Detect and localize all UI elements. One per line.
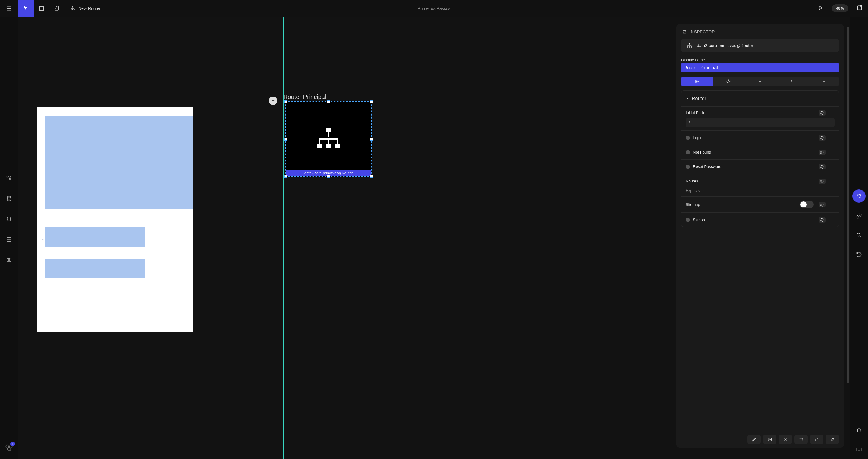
fx-button[interactable]: f() — [818, 217, 826, 223]
fx-button[interactable]: f() — [818, 135, 826, 141]
image-button[interactable] — [763, 435, 776, 444]
resize-handle[interactable] — [327, 101, 330, 104]
prop-sitemap[interactable]: Sitemap f()⋮ — [681, 196, 839, 212]
svg-point-49 — [822, 81, 823, 82]
tab-more[interactable] — [807, 77, 839, 86]
router-node-body[interactable]: data2-core-primitives@Router — [285, 101, 372, 177]
new-router-button[interactable]: New Router — [65, 0, 105, 17]
fx-button[interactable]: f() — [818, 164, 826, 170]
link-button[interactable] — [853, 210, 865, 222]
collaborators-button[interactable]: 1 — [5, 443, 13, 453]
tree-panel-button[interactable] — [3, 172, 15, 184]
collapse-node-button[interactable] — [269, 96, 277, 105]
tab-interactions[interactable] — [776, 77, 807, 86]
lock-button[interactable] — [810, 435, 824, 444]
keyboard-button[interactable] — [853, 443, 865, 455]
routes-hint[interactable]: Expects list → — [681, 188, 839, 196]
svg-rect-7 — [43, 10, 44, 11]
prop-login[interactable]: Login f()⋮ — [681, 130, 839, 145]
play-button[interactable] — [818, 5, 824, 12]
router-icon — [313, 125, 344, 152]
section-header[interactable]: Router ＋ — [681, 91, 839, 107]
inspector-panel: INSPECTOR data2-core-primitives@Router D… — [676, 24, 844, 448]
display-name-input[interactable] — [681, 63, 839, 73]
guide-vertical[interactable] — [283, 17, 284, 459]
prop-menu-button[interactable]: ⋮ — [827, 135, 835, 141]
prop-menu-button[interactable]: ⋮ — [827, 202, 835, 207]
prop-label: Sitemap — [686, 202, 700, 207]
inspector-scrollbar[interactable] — [847, 27, 849, 441]
prop-menu-button[interactable]: ⋮ — [827, 110, 835, 115]
inspector-footer — [681, 431, 839, 444]
svg-rect-15 — [9, 176, 10, 177]
resize-handle[interactable] — [370, 138, 373, 141]
svg-rect-40 — [689, 43, 689, 44]
status-dot-icon — [686, 150, 690, 154]
svg-point-45 — [727, 81, 728, 81]
fx-button[interactable]: f() — [818, 110, 826, 115]
resize-handle[interactable] — [284, 175, 287, 178]
close-button[interactable] — [779, 435, 792, 444]
prop-menu-button[interactable]: ⋮ — [827, 164, 835, 170]
resize-handle[interactable] — [370, 175, 373, 178]
svg-rect-42 — [689, 47, 689, 47]
prop-label: Not Found — [693, 150, 711, 154]
delete-button[interactable] — [795, 435, 808, 444]
router-node[interactable]: Router Principal data2-core-primitives@R… — [285, 101, 372, 177]
sitemap-toggle[interactable] — [800, 201, 814, 208]
new-router-label: New Router — [79, 6, 101, 11]
component-type-label: data2-core-primitives@Router — [697, 43, 753, 48]
fx-button[interactable]: f() — [818, 202, 826, 207]
history-button[interactable] — [853, 249, 865, 261]
data-panel-button[interactable] — [3, 193, 15, 204]
routes-hint-text: Expects list — [686, 188, 706, 193]
component-type-badge[interactable]: data2-core-primitives@Router — [681, 39, 839, 52]
prop-not-found[interactable]: Not Found f()⋮ — [681, 145, 839, 159]
search-button[interactable] — [853, 229, 865, 241]
fx-button[interactable]: f() — [818, 178, 826, 184]
edit-button[interactable] — [747, 435, 761, 444]
resize-handle[interactable] — [284, 138, 287, 141]
prop-menu-button[interactable]: ⋮ — [827, 149, 835, 155]
frame-tool[interactable] — [34, 0, 50, 17]
svg-rect-30 — [336, 144, 340, 148]
status-dot-icon — [686, 218, 690, 222]
copy-button[interactable] — [826, 435, 839, 444]
tab-text[interactable] — [744, 77, 776, 86]
add-property-button[interactable]: ＋ — [829, 95, 835, 102]
select-tool[interactable] — [18, 0, 34, 17]
svg-rect-10 — [72, 9, 73, 10]
globe-panel-button[interactable] — [3, 254, 15, 266]
scrollbar-thumb[interactable] — [847, 27, 849, 383]
fx-button[interactable]: f() — [818, 150, 826, 155]
menu-button[interactable] — [0, 0, 18, 17]
resize-handle[interactable] — [284, 101, 287, 104]
chevron-down-icon — [686, 97, 689, 101]
prop-reset-password[interactable]: Reset Password f()⋮ — [681, 159, 839, 174]
layers-panel-button[interactable] — [3, 213, 15, 225]
tab-globe[interactable] — [681, 77, 713, 86]
arrow-right-icon: → — [707, 188, 711, 193]
prop-menu-button[interactable]: ⋮ — [827, 178, 835, 184]
trash-button[interactable] — [853, 424, 865, 436]
tab-style[interactable] — [713, 77, 744, 86]
resize-handle[interactable] — [327, 175, 330, 178]
router-node-title: Router Principal — [283, 93, 326, 101]
share-button[interactable] — [857, 5, 863, 12]
prop-menu-button[interactable]: ⋮ — [827, 217, 835, 223]
hand-tool[interactable] — [50, 0, 65, 17]
prop-label: Reset Password — [693, 164, 721, 169]
prop-routes[interactable]: Routes f()⋮ — [681, 174, 839, 188]
prop-initial-path: Initial Path f() ⋮ — [681, 107, 839, 130]
prop-splash[interactable]: Splash f()⋮ — [681, 212, 839, 227]
page-thumbnail[interactable]: el — [37, 107, 193, 332]
svg-marker-12 — [819, 6, 823, 10]
prop-label: Initial Path — [686, 110, 704, 115]
grid-panel-button[interactable] — [3, 233, 15, 246]
resize-handle[interactable] — [370, 101, 373, 104]
edit-mode-button[interactable] — [852, 190, 866, 203]
zoom-level[interactable]: 48% — [832, 4, 848, 12]
inspector-header: INSPECTOR — [681, 30, 839, 34]
initial-path-input[interactable] — [686, 118, 835, 127]
svg-rect-41 — [687, 47, 688, 47]
